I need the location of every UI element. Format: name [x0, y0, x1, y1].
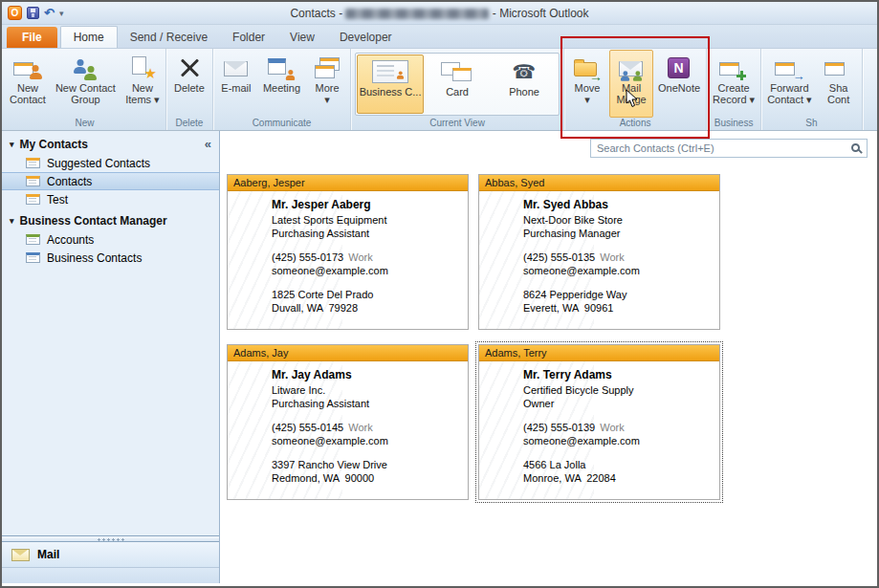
button-label: ShaCont — [827, 82, 849, 105]
group-label-share: Sh — [762, 118, 861, 130]
search-contacts-input[interactable] — [590, 139, 868, 158]
nav-item-business-contacts[interactable]: Business Contacts — [2, 249, 219, 267]
delete-icon — [174, 54, 205, 82]
outlook-window: O ↶ ▾ Contacts - - Microsoft Outlook Fil… — [0, 0, 879, 588]
meeting-button[interactable]: Meeting — [258, 50, 305, 118]
button-label: NewItems ▾ — [125, 82, 159, 105]
phone-type-label: Work — [600, 422, 624, 433]
tab-folder[interactable]: Folder — [220, 27, 277, 48]
outlook-app-icon: O — [8, 6, 22, 20]
view-card-tile[interactable]: Card — [424, 54, 491, 114]
phone-view-icon: ☎ — [513, 57, 537, 86]
view-tile-label: Phone — [509, 86, 539, 98]
save-icon[interactable] — [27, 7, 39, 19]
forward-contact-button[interactable]: → ForwardContact ▾ — [762, 50, 817, 118]
contact-email: someone@example.com — [272, 434, 460, 447]
contacts-folder-icon — [26, 176, 40, 186]
more-button[interactable]: More▾ — [305, 50, 349, 118]
window-title: Contacts - - Microsoft Outlook — [2, 7, 877, 20]
accounts-folder-icon — [26, 234, 40, 245]
nav-item-test[interactable]: Test — [2, 190, 219, 208]
search-icon[interactable] — [851, 143, 860, 152]
ribbon-tab-bar: File Home Send / Receive Folder View Dev… — [2, 25, 877, 49]
group-label-actions: Actions — [565, 118, 705, 130]
nav-mail-button[interactable]: Mail — [2, 542, 219, 568]
create-record-button[interactable]: CreateRecord ▾ — [708, 50, 759, 118]
qat-customize-icon[interactable]: ▾ — [59, 9, 64, 18]
navigation-pane: ▾ My Contacts « Suggested Contacts Conta… — [2, 131, 220, 583]
new-items-button[interactable]: ★ NewItems ▾ — [121, 50, 165, 118]
contacts-view: Aaberg, Jesper Mr. Jesper Aaberg Latest … — [220, 131, 877, 583]
nav-item-accounts[interactable]: Accounts — [2, 230, 219, 249]
view-phone-tile[interactable]: ☎ Phone — [491, 54, 558, 114]
tab-view[interactable]: View — [277, 27, 327, 48]
tab-file[interactable]: File — [7, 27, 57, 48]
new-contact-group-icon — [70, 54, 100, 82]
ribbon-group-new: NewContact New ContactGroup ★ NewItems ▾… — [4, 49, 166, 130]
contact-job-title: Purchasing Assistant — [272, 397, 460, 410]
group-label-delete: Delete — [167, 118, 211, 130]
contact-card-adams-terry[interactable]: Adams, Terry Mr. Terry Adams Certified B… — [478, 344, 720, 500]
move-button[interactable]: → Move▾ — [565, 50, 609, 118]
nav-section-business-contact-manager[interactable]: ▾ Business Contact Manager — [2, 208, 219, 230]
share-contact-icon — [824, 54, 854, 82]
undo-icon[interactable]: ↶ — [44, 7, 55, 20]
tab-developer[interactable]: Developer — [327, 27, 405, 48]
contact-job-title: Owner — [523, 397, 712, 410]
mail-envelope-icon — [11, 549, 30, 561]
contact-address-line2: Redmond, WA 90000 — [272, 471, 460, 485]
tab-home[interactable]: Home — [60, 26, 118, 48]
share-contact-button[interactable]: ShaCont — [817, 50, 861, 118]
contact-company: Litware Inc. — [272, 383, 460, 397]
meeting-icon — [266, 54, 297, 82]
ribbon-group-delete: Delete Delete — [166, 49, 213, 130]
contacts-folder-icon — [26, 194, 40, 205]
ribbon: NewContact New ContactGroup ★ NewItems ▾… — [2, 49, 877, 131]
contact-card-body: Mr. Jay Adams Litware Inc. Purchasing As… — [228, 361, 468, 500]
nav-item-suggested-contacts[interactable]: Suggested Contacts — [2, 154, 219, 172]
nav-item-label: Accounts — [47, 233, 94, 247]
button-label: More▾ — [316, 82, 340, 105]
contact-name: Mr. Jay Adams — [272, 368, 460, 382]
navpane-splitter-handle[interactable] — [2, 535, 219, 542]
phone-type-label: Work — [348, 422, 372, 433]
contacts-folder-icon — [26, 158, 40, 168]
view-tile-label: Card — [446, 86, 469, 98]
nav-item-contacts[interactable]: Contacts — [2, 172, 219, 190]
quick-access-toolbar: O ↶ ▾ — [2, 6, 63, 20]
onenote-button[interactable]: N OneNote — [653, 50, 705, 118]
contact-company: Latest Sports Equipment — [272, 213, 460, 227]
contact-name: Mr. Syed Abbas — [523, 198, 712, 212]
contact-job-title: Purchasing Assistant — [272, 227, 460, 240]
email-button[interactable]: E-mail — [214, 50, 258, 118]
button-label: E-mail — [221, 82, 251, 105]
collapse-navpane-button[interactable]: « — [205, 137, 211, 151]
view-business-card-tile[interactable]: Business C... — [357, 54, 424, 114]
contact-phone: (425) 555-0135Work — [523, 250, 712, 264]
contact-phone: (425) 555-0145Work — [272, 421, 460, 434]
nav-bottom-strip — [2, 568, 219, 583]
group-label-communicate: Communicate — [214, 118, 349, 130]
new-contact-group-button[interactable]: New ContactGroup — [51, 50, 121, 118]
contact-card-adams-jay[interactable]: Adams, Jay Mr. Jay Adams Litware Inc. Pu… — [227, 344, 469, 500]
phone-type-label: Work — [600, 251, 624, 263]
forward-contact-icon: → — [774, 54, 804, 82]
button-label: Meeting — [263, 82, 300, 105]
nav-item-label: Test — [47, 193, 68, 207]
contact-card-abbas-syed[interactable]: Abbas, Syed Mr. Syed Abbas Next-Door Bik… — [478, 174, 720, 330]
contact-phone: (425) 555-0139Work — [523, 421, 712, 434]
contact-address-line1: 4566 La Jolla — [523, 458, 712, 471]
mail-merge-button[interactable]: MailMerge — [609, 50, 653, 118]
contact-card-aaberg-jesper[interactable]: Aaberg, Jesper Mr. Jesper Aaberg Latest … — [227, 174, 469, 330]
tab-send-receive[interactable]: Send / Receive — [118, 27, 220, 48]
section-expand-icon: ▾ — [10, 140, 14, 149]
ribbon-group-share: → ForwardContact ▾ ShaCont Sh — [761, 49, 863, 130]
contact-card-header: Aaberg, Jesper — [228, 175, 468, 191]
mail-merge-icon — [616, 54, 647, 82]
new-contact-button[interactable]: NewContact — [5, 50, 51, 118]
delete-button[interactable]: Delete — [167, 50, 211, 118]
button-label: Delete — [174, 82, 205, 105]
nav-item-label: Suggested Contacts — [47, 157, 150, 170]
nav-section-my-contacts[interactable]: ▾ My Contacts « — [2, 131, 219, 154]
new-contact-icon — [12, 54, 43, 82]
